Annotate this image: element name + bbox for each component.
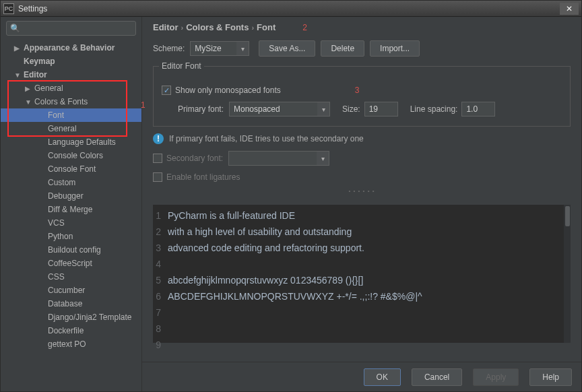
spacing-input[interactable] <box>461 102 495 117</box>
editor-font-legend: Editor Font <box>159 61 204 71</box>
preview-scrollbar[interactable] <box>564 205 571 343</box>
chevron-right-icon: › <box>251 24 254 32</box>
tree-item-label: General <box>48 124 77 133</box>
tree-item-label: Font <box>48 110 64 120</box>
code-preview: PyCharm is a full-featured IDEwith a hig… <box>164 205 564 343</box>
secondary-font-label: Secondary font: <box>166 154 228 163</box>
spacing-label: Line spacing: <box>410 104 458 114</box>
tree-item[interactable]: Console Font <box>1 162 141 176</box>
dialog-footer: OK Cancel Apply Help <box>142 362 581 391</box>
chevron-down-icon[interactable]: ▾ <box>317 102 329 116</box>
ligatures-label: Enable font ligatures <box>166 172 240 182</box>
primary-font-label: Primary font: <box>162 104 224 114</box>
tree-item[interactable]: Django/Jinja2 Template <box>1 311 141 324</box>
body: 🔍 ▶Appearance & BehaviorKeymap▼Editor▶Ge… <box>1 17 581 391</box>
primary-font-value[interactable] <box>229 102 330 117</box>
breadcrumb: Editor › Colors & Fonts › Font 2 <box>153 22 571 32</box>
scheme-combo[interactable]: ▾ <box>190 41 249 56</box>
editor-font-group: Editor Font ✓ Show only monospaced fonts… <box>153 66 571 127</box>
tree-item[interactable]: gettext PO <box>1 337 141 351</box>
chevron-right-icon: ▶ <box>25 85 32 92</box>
tree-item[interactable]: General <box>1 122 141 135</box>
tree-item[interactable]: Diff & Merge <box>1 203 141 216</box>
preview-resize-grip[interactable]: • • • • • • <box>153 189 571 193</box>
ok-button[interactable]: OK <box>364 368 401 386</box>
titlebar: PC Settings ✕ <box>1 1 581 17</box>
chevron-down-icon: ▼ <box>25 98 32 106</box>
tree-item-label: Keymap <box>24 57 55 66</box>
ligatures-checkbox[interactable] <box>153 172 162 182</box>
size-input[interactable] <box>364 102 398 117</box>
secondary-font-combo[interactable]: ▾ <box>228 151 329 166</box>
chevron-down-icon[interactable]: ▾ <box>317 152 329 165</box>
tree-item[interactable]: ▼Editor <box>1 68 141 81</box>
tree-item[interactable]: VCS <box>1 216 141 230</box>
show-mono-checkbox[interactable]: ✓ <box>162 86 171 95</box>
settings-window: PC Settings ✕ 🔍 ▶Appearance & BehaviorKe… <box>0 0 582 392</box>
tree-item-label: Dockerfile <box>48 326 84 335</box>
chevron-down-icon: ▼ <box>14 71 21 79</box>
size-label: Size: <box>342 104 360 114</box>
tree-item[interactable]: Console Colors <box>1 149 141 162</box>
tree-item[interactable]: ▶General <box>1 81 141 95</box>
chevron-right-icon: › <box>181 24 184 32</box>
tree-item-label: Diff & Merge <box>48 205 92 214</box>
chevron-down-icon[interactable]: ▾ <box>236 42 249 55</box>
import-button[interactable]: Import... <box>370 40 420 57</box>
tree-item[interactable]: Dockerfile <box>1 324 141 337</box>
annotation-2: 2 <box>302 23 307 32</box>
main-panel: Editor › Colors & Fonts › Font 2 Scheme:… <box>142 17 581 391</box>
sidebar-search-input[interactable] <box>6 21 136 36</box>
tree-item-label: gettext PO <box>48 339 86 349</box>
settings-tree[interactable]: ▶Appearance & BehaviorKeymap▼Editor▶Gene… <box>1 40 141 391</box>
secondary-font-checkbox[interactable] <box>153 154 162 163</box>
sidebar: 🔍 ▶Appearance & BehaviorKeymap▼Editor▶Ge… <box>1 17 142 391</box>
info-icon: ! <box>153 133 164 144</box>
cancel-button[interactable]: Cancel <box>412 368 462 386</box>
gutter: 123456789 <box>153 205 164 343</box>
tree-item[interactable]: Database <box>1 297 141 311</box>
tree-item-label: Colors & Fonts <box>34 97 88 106</box>
tree-item-label: Language Defaults <box>48 137 116 147</box>
app-icon: PC <box>3 3 14 14</box>
tree-item[interactable]: Python <box>1 230 141 243</box>
save-as-button[interactable]: Save As... <box>259 40 315 57</box>
font-preview: 123456789 PyCharm is a full-featured IDE… <box>153 205 571 343</box>
tree-item-label: Editor <box>24 70 47 79</box>
tree-item[interactable]: Language Defaults <box>1 135 141 149</box>
tree-item-label: Database <box>48 299 82 308</box>
scheme-label: Scheme: <box>153 44 185 53</box>
tree-item-label: Console Colors <box>48 151 103 160</box>
tree-item-label: VCS <box>48 218 65 228</box>
annotation-3: 3 <box>355 86 360 95</box>
apply-button[interactable]: Apply <box>473 368 519 386</box>
tree-item[interactable]: ▶Appearance & Behavior <box>1 41 141 55</box>
tree-item-label: Console Font <box>48 164 96 174</box>
tree-item[interactable]: Cucumber <box>1 284 141 297</box>
annotation-1: 1 <box>141 100 146 110</box>
tree-item[interactable]: Custom <box>1 176 141 189</box>
help-button[interactable]: Help <box>529 368 572 386</box>
tree-item[interactable]: ▼Colors & Fonts <box>1 95 141 108</box>
tree-item[interactable]: Buildout config <box>1 243 141 257</box>
secondary-font-value[interactable] <box>228 151 329 166</box>
info-row: ! If primary font fails, IDE tries to us… <box>153 133 571 144</box>
tree-item[interactable]: Keymap <box>1 55 141 68</box>
tree-item[interactable]: Debugger <box>1 189 141 203</box>
tree-item-label: Appearance & Behavior <box>24 43 115 53</box>
tree-item[interactable]: CSS <box>1 270 141 284</box>
tree-item-label: CSS <box>48 272 65 282</box>
tree-item-label: Python <box>48 232 73 241</box>
tree-item-label: CoffeeScript <box>48 259 92 268</box>
primary-font-combo[interactable]: ▾ <box>229 102 330 117</box>
tree-item-label: Custom <box>48 178 75 187</box>
tree-item-label: Buildout config <box>48 245 101 255</box>
tree-item[interactable]: CoffeeScript <box>1 257 141 270</box>
delete-button[interactable]: Delete <box>321 40 364 57</box>
tree-item-label: Cucumber <box>48 286 85 295</box>
window-close-button[interactable]: ✕ <box>560 3 579 15</box>
tree-item[interactable]: Font <box>1 108 141 122</box>
window-title: Settings <box>18 4 47 13</box>
chevron-right-icon: ▶ <box>14 44 21 52</box>
tree-item-label: General <box>34 84 63 93</box>
